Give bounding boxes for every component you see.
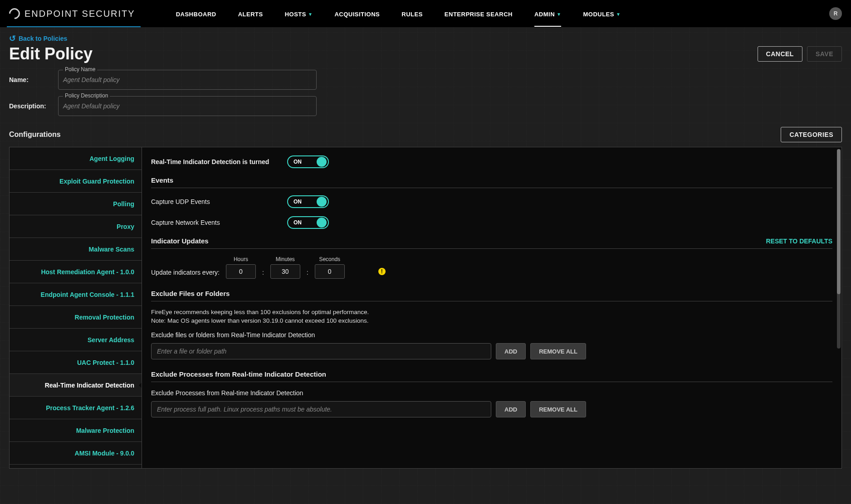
sidebar-item[interactable]: Malware Protection [10,419,142,442]
nav-label: DASHBOARD [176,11,216,18]
brand-underline [7,26,141,27]
update-interval-row: Update indicators every: Hours 0 : Minut… [151,256,832,279]
note-1: FireEye recommends keeping less than 100… [151,309,832,315]
nav-hosts[interactable]: HOSTS▼ [285,1,313,27]
events-heading: Events [151,176,832,184]
policy-info: Name: Policy Name Agent Default policy D… [9,70,842,116]
nav-enterprise-search[interactable]: ENTERPRISE SEARCH [445,1,513,27]
add-proc-button[interactable]: ADD [496,401,526,417]
rtid-toggle-row: Real-Time Indicator Detection is turned … [151,155,832,168]
nav-label: ADMIN [534,11,555,18]
sidebar-item[interactable]: Tamper Protection [10,465,142,468]
cancel-button[interactable]: CANCEL [758,46,802,62]
update-every-label: Update indicators every: [151,269,220,276]
warning-icon[interactable]: ! [378,268,386,275]
sidebar-item[interactable]: Exploit Guard Protection [10,170,142,193]
minutes-input[interactable]: 30 [270,264,300,279]
sidebar-item[interactable]: Malware Scans [10,238,142,261]
back-to-policies-link[interactable]: ↻ Back to Policies [9,34,842,44]
avatar[interactable]: R [829,7,842,20]
back-text: Back to Policies [19,35,67,42]
nav-rules[interactable]: RULES [401,1,423,27]
chevron-down-icon: ▼ [616,12,621,17]
capture-net-label: Capture Network Events [151,219,287,226]
capture-udp-label: Capture UDP Events [151,198,287,205]
brand-text: ENDPOINT SECURITY [24,9,135,19]
capture-net-toggle[interactable]: ON [287,216,329,229]
capture-net-row: Capture Network Events ON [151,216,832,229]
nav-label: MODULES [583,11,614,18]
add-file-button[interactable]: ADD [496,343,526,359]
nav-label: RULES [401,11,423,18]
chevron-down-icon: ▼ [557,12,561,17]
sidebar-item[interactable]: Removal Protection [10,306,142,329]
sidebar-item[interactable]: Host Remediation Agent - 1.0.0 [10,261,142,283]
nav-alerts[interactable]: ALERTS [238,1,263,27]
remove-all-files-button[interactable]: REMOVE ALL [530,343,586,359]
reset-to-defaults-link[interactable]: RESET TO DEFAULTS [766,237,833,245]
exclude-files-input[interactable] [151,343,491,359]
save-button[interactable]: SAVE [807,46,842,62]
nav-dashboard[interactable]: DASHBOARD [176,1,216,27]
toggle-knob [317,157,327,167]
sidebar-item[interactable]: Endpoint Agent Console - 1.1.1 [10,283,142,306]
sidebar-item[interactable]: AMSI Module - 9.0.0 [10,442,142,465]
section-rule [151,188,832,188]
sidebar-item[interactable]: Agent Logging [10,147,142,170]
toggle-text: ON [293,199,302,205]
categories-button[interactable]: CATEGORIES [781,127,842,142]
sidebar-item[interactable]: Polling [10,193,142,215]
rtid-toggle[interactable]: ON [287,155,329,168]
exclude-proc-heading: Exclude Processes from Real-time Indicat… [151,370,832,378]
section-title: Exclude Files or Folders [151,290,230,297]
minutes-col: Minutes 30 [270,256,300,279]
nav-admin[interactable]: ADMIN▼ [534,1,562,27]
sidebar-item[interactable]: Proxy [10,215,142,238]
nav-modules[interactable]: MODULES▼ [583,1,621,27]
rtid-label: Real-Time Indicator Detection is turned [151,158,287,165]
name-row: Name: Policy Name Agent Default policy [9,70,842,90]
toggle-text: ON [293,159,302,165]
hours-input[interactable]: 0 [226,264,256,279]
section-title: Indicator Updates [151,237,209,245]
exclude-proc-input[interactable] [151,401,491,417]
description-row: Description: Policy Description Agent De… [9,96,842,116]
capture-udp-row: Capture UDP Events ON [151,195,832,208]
sidebar-item[interactable]: UAC Protect - 1.1.0 [10,351,142,374]
sidebar-item[interactable]: Server Address [10,329,142,351]
toggle-knob [317,197,327,207]
sidebar-item[interactable]: Real-Time Indicator Detection [10,374,142,397]
brand-icon [7,6,22,21]
exclude-files-row: ADD REMOVE ALL [151,343,832,359]
policy-name-field[interactable]: Policy Name Agent Default policy [58,70,317,90]
hours-col: Hours 0 [226,256,256,279]
description-label: Description: [9,102,58,110]
policy-name-value: Agent Default policy [63,70,312,89]
remove-all-proc-button[interactable]: REMOVE ALL [530,401,586,417]
exclude-files-heading: Exclude Files or Folders [151,290,832,297]
seconds-input[interactable]: 0 [315,264,345,279]
seconds-caption: Seconds [315,256,345,262]
nav-label: HOSTS [285,11,306,18]
sidebar-item[interactable]: Process Tracker Agent - 1.2.6 [10,397,142,419]
nav-acquisitions[interactable]: ACQUISITIONS [334,1,380,27]
section-title: Events [151,176,173,184]
config-sidebar[interactable]: Agent LoggingExploit Guard ProtectionPol… [10,147,142,468]
name-label: Name: [9,76,58,83]
capture-udp-toggle[interactable]: ON [287,195,329,208]
section-title: Exclude Processes from Real-time Indicat… [151,370,326,378]
config-content: Real-Time Indicator Detection is turned … [142,147,841,468]
back-arrow-icon: ↻ [9,34,16,44]
section-rule [151,301,832,301]
config-title: Configurations [9,131,61,139]
exclude-proc-row: ADD REMOVE ALL [151,401,832,417]
page-body: ↻ Back to Policies Edit Policy CANCEL SA… [0,27,851,504]
top-nav: ENDPOINT SECURITY DASHBOARD ALERTS HOSTS… [0,0,851,27]
policy-description-field[interactable]: Policy Description Agent Default policy [58,96,317,116]
page-header-row: Edit Policy CANCEL SAVE [9,44,842,63]
scrollbar-thumb[interactable] [837,149,841,294]
brand: ENDPOINT SECURITY [9,8,135,19]
field-float-label: Policy Name [63,66,97,73]
toggle-knob [317,218,327,228]
minutes-caption: Minutes [270,256,300,262]
